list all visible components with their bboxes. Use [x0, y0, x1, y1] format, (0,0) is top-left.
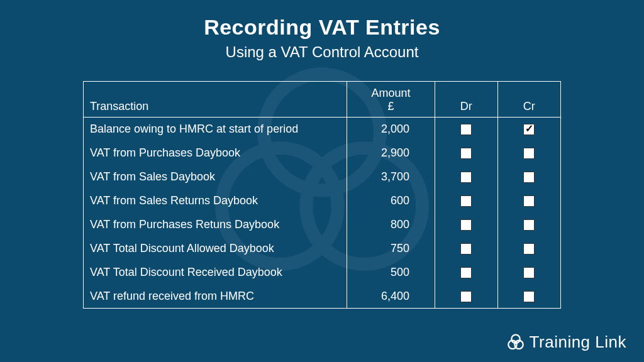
cell-transaction: Balance owing to HMRC at start of period — [84, 117, 347, 141]
cell-dr — [435, 117, 498, 141]
cr-checkbox[interactable] — [523, 148, 535, 159]
table-row: VAT from Sales Daybook3,700 — [84, 165, 560, 189]
cell-dr — [435, 212, 498, 236]
dr-checkbox[interactable] — [460, 291, 472, 302]
table-row: VAT from Purchases Retuns Daybook800 — [84, 212, 560, 236]
table-row: VAT from Sales Returns Daybook600 — [84, 189, 560, 212]
table-row: Balance owing to HMRC at start of period… — [84, 117, 560, 141]
page-subtitle: Using a VAT Control Account — [0, 43, 644, 61]
table-row: VAT refund received from HMRC6,400 — [84, 284, 560, 308]
cell-cr — [497, 165, 560, 189]
cell-dr — [435, 189, 498, 212]
dr-checkbox[interactable] — [460, 195, 472, 207]
cr-checkbox[interactable] — [523, 219, 535, 231]
cell-cr — [497, 212, 560, 236]
dr-checkbox[interactable] — [460, 148, 472, 159]
cell-transaction: VAT from Purchases Daybook — [84, 141, 347, 165]
cr-checkbox[interactable] — [523, 124, 535, 135]
cr-checkbox[interactable] — [523, 243, 535, 255]
dr-checkbox[interactable] — [460, 124, 472, 135]
cell-cr — [497, 117, 560, 141]
table-header-row: Transaction Amount £ Dr Cr — [84, 82, 560, 117]
cell-amount: 6,400 — [347, 284, 435, 308]
cell-amount: 600 — [347, 189, 435, 212]
dr-checkbox[interactable] — [460, 243, 472, 255]
table-row: VAT from Purchases Daybook2,900 — [84, 141, 560, 165]
cell-transaction: VAT Total Discount Allowed Daybook — [84, 236, 347, 260]
cell-amount: 800 — [347, 212, 435, 236]
dr-checkbox[interactable] — [460, 267, 472, 278]
cell-transaction: VAT Total Discount Received Daybook — [84, 260, 347, 284]
cell-amount: 2,000 — [347, 117, 435, 141]
cr-checkbox[interactable] — [523, 291, 535, 302]
col-cr: Cr — [497, 82, 560, 117]
col-amount: Amount £ — [347, 82, 435, 117]
cell-amount: 3,700 — [347, 165, 435, 189]
dr-checkbox[interactable] — [460, 219, 472, 231]
cr-checkbox[interactable] — [523, 267, 535, 278]
cell-amount: 500 — [347, 260, 435, 284]
cell-dr — [435, 260, 498, 284]
cell-cr — [497, 284, 560, 308]
dr-checkbox[interactable] — [460, 172, 472, 183]
col-amount-line1: Amount — [353, 87, 428, 100]
col-transaction: Transaction — [84, 82, 347, 117]
cell-amount: 750 — [347, 236, 435, 260]
cell-transaction: VAT from Purchases Retuns Daybook — [84, 212, 347, 236]
cell-amount: 2,900 — [347, 141, 435, 165]
table-row: VAT Total Discount Allowed Daybook750 — [84, 236, 560, 260]
cell-transaction: VAT from Sales Returns Daybook — [84, 189, 347, 212]
cell-cr — [497, 141, 560, 165]
cell-transaction: VAT refund received from HMRC — [84, 284, 347, 308]
cell-transaction: VAT from Sales Daybook — [84, 165, 347, 189]
cell-dr — [435, 141, 498, 165]
cell-dr — [435, 284, 498, 308]
cell-cr — [497, 236, 560, 260]
cr-checkbox[interactable] — [523, 172, 535, 183]
page-title: Recording VAT Entries — [0, 15, 644, 40]
col-amount-line2: £ — [353, 100, 428, 113]
cell-dr — [435, 165, 498, 189]
triquetra-icon — [507, 334, 525, 351]
cell-cr — [497, 189, 560, 212]
cell-dr — [435, 236, 498, 260]
col-dr: Dr — [435, 82, 498, 117]
vat-table: Transaction Amount £ Dr Cr Balance owing… — [83, 81, 561, 309]
brand-logo: Training Link — [507, 332, 626, 352]
cell-cr — [497, 260, 560, 284]
table-row: VAT Total Discount Received Daybook500 — [84, 260, 560, 284]
brand-text: Training Link — [530, 332, 626, 352]
cr-checkbox[interactable] — [523, 195, 535, 207]
